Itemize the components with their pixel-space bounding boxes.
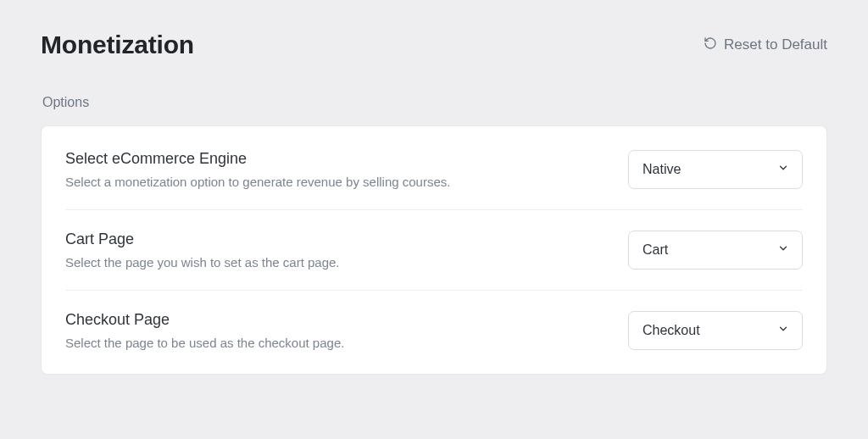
option-title: Select eCommerce Engine [65,150,594,168]
select-value: Native [643,162,681,177]
option-description: Select the page you wish to set as the c… [65,255,594,270]
reset-to-default-button[interactable]: Reset to Default [704,36,827,54]
select-value: Cart [643,242,668,258]
cart-page-select[interactable]: Cart [628,231,803,270]
option-description: Select the page to be used as the checko… [65,336,594,350]
option-row-cart-page: Cart Page Select the page you wish to se… [65,209,803,290]
page-title: Monetization [41,31,194,59]
option-row-ecommerce-engine: Select eCommerce Engine Select a monetiz… [65,130,803,209]
option-title: Checkout Page [65,311,594,329]
options-card: Select eCommerce Engine Select a monetiz… [41,125,827,375]
option-title: Cart Page [65,231,594,248]
checkout-page-select[interactable]: Checkout [628,311,803,350]
page-header: Monetization Reset to Default [41,31,827,59]
options-section-label: Options [41,95,827,110]
select-value: Checkout [643,323,700,338]
reset-label: Reset to Default [724,36,827,53]
ecommerce-engine-select[interactable]: Native [628,150,803,189]
reset-icon [704,36,717,54]
option-description: Select a monetization option to generate… [65,175,594,189]
option-row-checkout-page: Checkout Page Select the page to be used… [65,290,803,370]
